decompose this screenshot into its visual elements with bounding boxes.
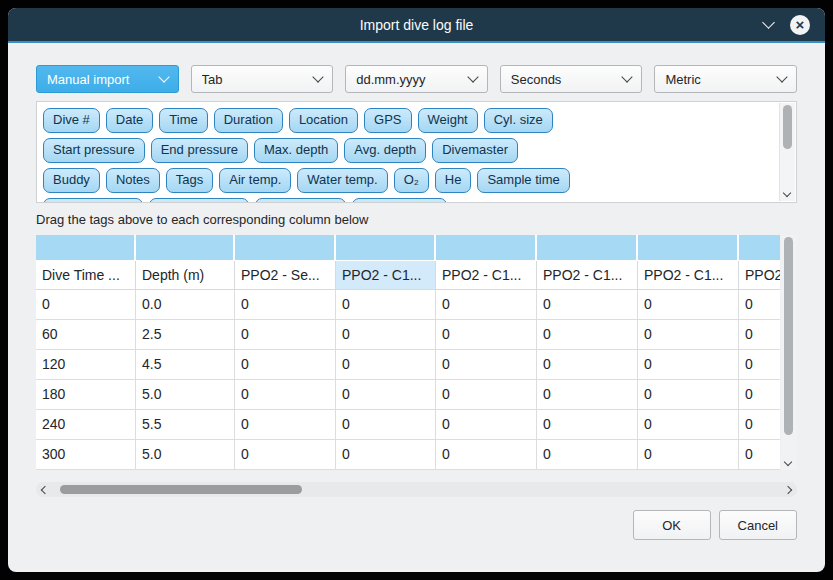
table-row: 2405.5000000 xyxy=(36,410,780,440)
ok-button[interactable]: OK xyxy=(633,510,711,540)
tag-gps[interactable]: GPS xyxy=(364,108,411,133)
table-cell: 0 xyxy=(336,440,436,470)
table-cell: 0.0 xyxy=(136,290,235,320)
tag-max-depth[interactable]: Max. depth xyxy=(254,138,338,163)
cancel-button[interactable]: Cancel xyxy=(719,510,797,540)
table-cell: 240 xyxy=(36,410,136,440)
table-cell: 0 xyxy=(739,290,780,320)
table-cell: 0 xyxy=(36,290,136,320)
tag-avg-depth[interactable]: Avg. depth xyxy=(344,138,426,163)
tag-divemaster[interactable]: Divemaster xyxy=(432,138,518,163)
scroll-left-icon[interactable] xyxy=(41,486,49,494)
combo-dd-mm-yyyy[interactable]: dd.mm.yyyy xyxy=(345,65,488,93)
table-cell: 0 xyxy=(638,320,739,350)
tag-water-temp[interactable]: Water temp. xyxy=(297,168,387,193)
table-cell: 0 xyxy=(638,380,739,410)
drop-target-col-5[interactable] xyxy=(436,235,537,260)
combo-value: Metric xyxy=(665,72,778,87)
table-cell: 0 xyxy=(235,290,336,320)
tag-o[interactable]: O₂ xyxy=(394,168,429,193)
combo-value: Tab xyxy=(202,72,315,87)
table-scrollbar[interactable] xyxy=(781,235,797,470)
drop-target-col-4[interactable] xyxy=(336,235,436,260)
drop-target-col-1[interactable] xyxy=(36,235,136,260)
tag-sample-cns[interactable]: Sample CNS xyxy=(352,198,447,203)
drop-target-col-2[interactable] xyxy=(136,235,235,260)
table-cell: 0 xyxy=(638,290,739,320)
tag-air-temp[interactable]: Air temp. xyxy=(219,168,291,193)
combo-row: Manual importTabdd.mm.yyyySecondsMetric xyxy=(36,65,797,93)
combo-metric[interactable]: Metric xyxy=(654,65,797,93)
combo-seconds[interactable]: Seconds xyxy=(500,65,643,93)
table-cell: 0 xyxy=(336,350,436,380)
tag-buddy[interactable]: Buddy xyxy=(43,168,100,193)
column-header-3: PPO2 - Se... xyxy=(235,261,336,290)
tag-sample-depth[interactable]: Sample depth xyxy=(43,198,143,203)
tag-notes[interactable]: Notes xyxy=(106,168,160,193)
scroll-down-icon[interactable] xyxy=(783,189,791,197)
shade-window-chevron-down-icon[interactable] xyxy=(762,16,775,29)
table-cell: 0 xyxy=(436,380,537,410)
horizontal-scrollbar-thumb[interactable] xyxy=(60,485,302,494)
table-cell: 0 xyxy=(537,350,638,380)
tag-time[interactable]: Time xyxy=(159,108,207,133)
tag-weight[interactable]: Weight xyxy=(418,108,478,133)
titlebar[interactable]: Import dive log file × xyxy=(8,8,825,41)
drop-target-col-3[interactable] xyxy=(235,235,336,260)
chevron-down-icon xyxy=(313,71,324,82)
drop-target-col-7[interactable] xyxy=(638,235,739,260)
table-cell: 0 xyxy=(336,380,436,410)
table-row: 1204.5000000 xyxy=(36,350,780,380)
tag-row: BuddyNotesTagsAir temp.Water temp.O₂HeSa… xyxy=(43,168,772,193)
table-cell: 2.5 xyxy=(136,320,235,350)
table-scrollbar-thumb[interactable] xyxy=(784,237,793,435)
instruction-text: Drag the tags above to each correspondin… xyxy=(36,212,797,227)
tag-start-pressure[interactable]: Start pressure xyxy=(43,138,145,163)
tag-cyl-size[interactable]: Cyl. size xyxy=(484,108,553,133)
import-dialog: Import dive log file × Manual importTabd… xyxy=(8,8,825,572)
tag-list: Dive #DateTimeDurationLocationGPSWeightC… xyxy=(43,108,772,203)
window-title: Import dive log file xyxy=(8,17,825,33)
table-cell: 0 xyxy=(739,380,780,410)
tag-end-pressure[interactable]: End pressure xyxy=(151,138,248,163)
dialog-content: Manual importTabdd.mm.yyyySecondsMetric … xyxy=(8,43,825,540)
tag-scrollbar-thumb[interactable] xyxy=(783,105,792,149)
combo-value: Seconds xyxy=(511,72,624,87)
table-cell: 180 xyxy=(36,380,136,410)
table-body: 00.0000000602.50000001204.50000001805.00… xyxy=(36,290,780,470)
table-cell: 0 xyxy=(436,440,537,470)
table-cell: 5.5 xyxy=(136,410,235,440)
tag-sample-time[interactable]: Sample time xyxy=(477,168,569,193)
combo-value: Manual import xyxy=(47,72,160,87)
table-cell: 0 xyxy=(537,410,638,440)
close-button[interactable]: × xyxy=(790,15,810,35)
horizontal-scrollbar[interactable] xyxy=(36,482,797,497)
drop-target-col-8[interactable] xyxy=(739,235,780,260)
table-cell: 0 xyxy=(436,290,537,320)
table-cell: 0 xyxy=(638,410,739,440)
tag-scrollbar[interactable] xyxy=(779,103,795,201)
tag-sample-temp[interactable]: Sample temp. xyxy=(149,198,249,203)
table-cell: 0 xyxy=(336,290,436,320)
tag-duration[interactable]: Duration xyxy=(214,108,283,133)
tag-location[interactable]: Location xyxy=(289,108,358,133)
column-header-7: PPO2 - C1... xyxy=(638,261,739,290)
table-cell: 0 xyxy=(739,320,780,350)
tag-sample-po[interactable]: Sample pO₂ xyxy=(255,198,345,203)
table-row: 3005.0000000 xyxy=(36,440,780,470)
tag-dive[interactable]: Dive # xyxy=(43,108,100,133)
tag-date[interactable]: Date xyxy=(106,108,153,133)
tag-row: Dive #DateTimeDurationLocationGPSWeightC… xyxy=(43,108,772,133)
tag-tags[interactable]: Tags xyxy=(166,168,213,193)
scroll-right-icon[interactable] xyxy=(784,486,792,494)
table-cell: 0 xyxy=(336,410,436,440)
table-cell: 5.0 xyxy=(136,380,235,410)
table-cell: 0 xyxy=(235,440,336,470)
combo-manual-import[interactable]: Manual import xyxy=(36,65,179,93)
scroll-down-icon[interactable] xyxy=(784,458,792,466)
drop-target-col-6[interactable] xyxy=(537,235,638,260)
tag-he[interactable]: He xyxy=(435,168,472,193)
column-header-2: Depth (m) xyxy=(136,261,235,290)
combo-tab[interactable]: Tab xyxy=(191,65,334,93)
table-cell: 0 xyxy=(537,380,638,410)
